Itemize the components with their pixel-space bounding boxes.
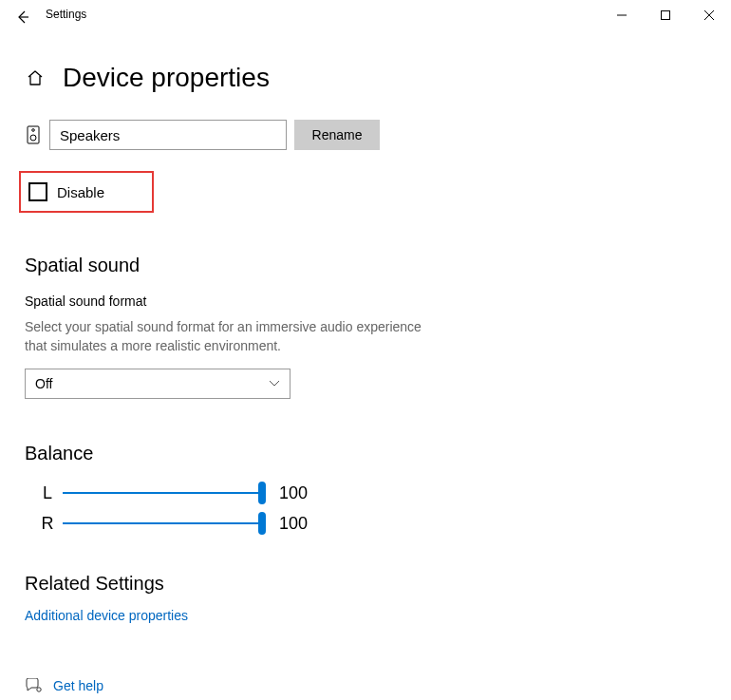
chevron-down-icon [269,377,280,390]
related-settings-title: Related Settings [25,573,706,595]
home-icon[interactable] [25,67,46,88]
spatial-format-select[interactable]: Off [25,369,291,399]
balance-right-slider[interactable] [63,512,262,535]
svg-rect-2 [662,11,670,20]
device-name-input[interactable] [49,120,287,150]
balance-left-label: L [25,483,63,503]
back-button[interactable] [0,0,46,34]
balance-right-value: 100 [279,514,308,534]
get-help-link[interactable]: Get help [53,678,103,693]
get-help-icon [25,678,42,693]
balance-title: Balance [25,443,706,464]
disable-label: Disable [57,184,104,200]
svg-point-6 [32,129,35,132]
speaker-icon [25,124,42,145]
disable-checkbox-highlight: Disable [19,171,154,213]
rename-button[interactable]: Rename [294,120,380,150]
spatial-format-label: Spatial sound format [25,293,706,309]
maximize-button[interactable] [644,0,687,30]
app-title: Settings [46,0,86,21]
balance-left-value: 100 [279,483,308,503]
svg-point-7 [30,135,36,141]
close-button[interactable] [687,0,731,30]
spatial-sound-title: Spatial sound [25,255,706,276]
disable-checkbox[interactable] [28,182,47,201]
additional-device-properties-link[interactable]: Additional device properties [25,608,706,623]
spatial-format-value: Off [35,376,52,391]
balance-left-slider[interactable] [63,482,262,504]
minimize-button[interactable] [600,0,644,30]
page-title: Device properties [63,63,270,93]
svg-point-8 [37,688,41,691]
balance-right-label: R [25,514,63,534]
spatial-format-description: Select your spatial sound format for an … [25,318,442,355]
